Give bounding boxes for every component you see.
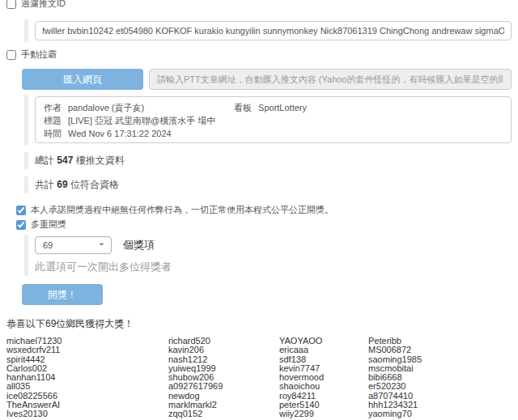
time-value: Wed Nov 6 17:31:22 2024: [68, 129, 172, 138]
time-label: 時間: [44, 129, 62, 138]
winner-id: wiiy2299: [279, 409, 368, 418]
winner-id: hanhan1104: [6, 373, 168, 382]
winners-grid: michael71230richard520YAOYAOOPeteribbwsx…: [6, 337, 518, 420]
draw-button[interactable]: 開獎！: [22, 284, 103, 305]
winner-id: wsxedcrfv211: [6, 346, 168, 354]
author-label: 作者: [44, 103, 62, 112]
filter-id-checkbox[interactable]: [6, 0, 16, 9]
article-time-line: 時間Wed Nov 6 17:31:22 2024: [44, 128, 503, 141]
winner-id: ericaaa: [279, 346, 368, 354]
board-value: SportLottery: [258, 103, 307, 112]
article-preview-section: 作者pandalove (貢子亥) 看板SportLottery 標題[LIVE…: [24, 95, 512, 145]
author-value: pandalove (貢子亥): [68, 103, 144, 112]
ptt-url-input[interactable]: [149, 69, 512, 90]
winner-id: Ives20130: [6, 409, 168, 418]
total-suffix: 樓推文資料: [76, 155, 125, 166]
pledge-checkbox[interactable]: [16, 206, 26, 215]
prize-count-section: 69 個獎項 此選項可一次開出多位得獎者: [24, 235, 518, 276]
filter-id-row: 過濾推文ID: [6, 0, 518, 10]
multi-draw-row: 多重開獎: [16, 218, 518, 231]
board-label: 看板: [234, 103, 252, 112]
winner-id: kavin206: [168, 346, 279, 354]
prize-unit-label: 個獎項: [123, 238, 155, 252]
article-title-line: 標題[LIVE] 亞冠 武里南聯@橫濱水手 場中: [44, 115, 503, 128]
manual-slot-checkbox[interactable]: [6, 50, 16, 60]
total-prefix: 總計: [35, 155, 54, 166]
multi-draw-hint: 此選項可一次開出多位得獎者: [35, 260, 518, 274]
multi-draw-checkbox[interactable]: [16, 220, 26, 230]
import-row: 匯入網頁: [22, 69, 512, 90]
qualified-prefix: 共計: [35, 179, 54, 190]
prize-count-select-wrap: 69: [35, 236, 112, 254]
winner-id: zqq0152: [168, 409, 279, 418]
multi-draw-label: 多重開獎: [31, 218, 66, 231]
winner-id: yaoming70: [368, 409, 518, 418]
title-value: [LIVE] 亞冠 武里南聯@橫濱水手 場中: [68, 116, 215, 125]
qualified-count: 69: [57, 179, 67, 190]
pledge-row: 本人承諾開獎過程中絕無任何作弊行為，一切正常使用本程式公平公正開獎。: [16, 204, 518, 216]
qualified-suffix: 位符合資格: [70, 179, 119, 190]
filter-ids-section: [24, 19, 512, 42]
article-preview-box[interactable]: 作者pandalove (貢子亥) 看板SportLottery 標題[LIVE…: [35, 96, 512, 143]
filter-ids-input[interactable]: [35, 21, 512, 40]
qualified-stat: 共計 69 位符合資格: [24, 176, 518, 193]
total-comments-stat: 總計 547 樓推文資料: [24, 152, 518, 169]
winner-id: MS006872: [368, 346, 518, 354]
import-webpage-button[interactable]: 匯入網頁: [22, 69, 143, 90]
total-count: 547: [57, 155, 73, 166]
pledge-label: 本人承諾開獎過程中絕無任何作弊行為，一切正常使用本程式公平公正開獎。: [31, 204, 333, 216]
prize-count-select[interactable]: 69: [35, 236, 112, 254]
title-label: 標題: [44, 116, 62, 125]
results-header: 恭喜以下69位鄉民獲得大獎！: [6, 317, 518, 331]
filter-id-label: 過濾推文ID: [21, 0, 66, 10]
manual-slot-row: 手動拉霸: [6, 49, 518, 61]
manual-slot-label: 手動拉霸: [21, 49, 57, 61]
article-author-line: 作者pandalove (貢子亥) 看板SportLottery: [44, 102, 503, 115]
